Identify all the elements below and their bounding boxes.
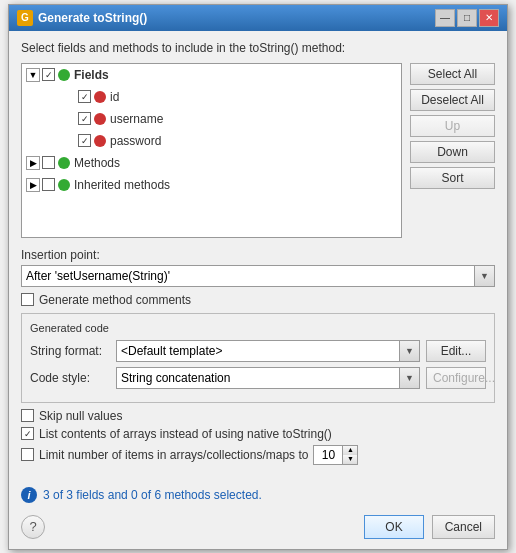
string-format-label: String format: (30, 344, 110, 358)
password-label: password (110, 134, 161, 148)
id-icon (94, 91, 106, 103)
spinner-down-button[interactable]: ▼ (343, 455, 357, 464)
methods-label: Methods (74, 156, 120, 170)
deselect-all-button[interactable]: Deselect All (410, 89, 495, 111)
spinner-buttons: ▲ ▼ (342, 446, 357, 464)
main-area: ▼ Fields id username (21, 63, 495, 238)
username-icon (94, 113, 106, 125)
minimize-button[interactable]: — (435, 9, 455, 27)
footer-right: OK Cancel (364, 515, 495, 539)
id-label: id (110, 90, 119, 104)
status-bar: i 3 of 3 fields and 0 of 6 methods selec… (9, 481, 507, 509)
skip-null-label: Skip null values (39, 409, 122, 423)
checkbox-id[interactable] (78, 90, 91, 103)
options-section: Skip null values List contents of arrays… (21, 409, 495, 465)
cancel-button[interactable]: Cancel (432, 515, 495, 539)
checkbox-password[interactable] (78, 134, 91, 147)
select-all-button[interactable]: Select All (410, 63, 495, 85)
checkbox-fields[interactable] (42, 68, 55, 81)
checkbox-methods[interactable] (42, 156, 55, 169)
limit-spinner[interactable]: ▲ ▼ (313, 445, 358, 465)
methods-icon (58, 157, 70, 169)
inherited-label: Inherited methods (74, 178, 170, 192)
generated-code-section: Generated code String format: ▼ Edit... … (21, 313, 495, 403)
dialog-title: Generate toString() (38, 11, 147, 25)
insertion-section: Insertion point: ▼ (21, 248, 495, 287)
limit-label: Limit number of items in arrays/collecti… (39, 448, 308, 462)
limit-row: Limit number of items in arrays/collecti… (21, 445, 495, 465)
title-bar-left: G Generate toString() (17, 10, 147, 26)
maximize-button[interactable]: □ (457, 9, 477, 27)
tree-item-inherited[interactable]: ▶ Inherited methods (22, 174, 401, 196)
fields-label: Fields (74, 68, 109, 82)
dialog-footer: ? OK Cancel (9, 509, 507, 549)
checkbox-inherited[interactable] (42, 178, 55, 191)
limit-value-input[interactable] (314, 448, 342, 462)
tree-item-id[interactable]: id (22, 86, 401, 108)
instruction-text: Select fields and methods to include in … (21, 41, 495, 55)
code-style-label: Code style: (30, 371, 110, 385)
edit-button[interactable]: Edit... (426, 340, 486, 362)
code-style-input[interactable] (117, 368, 399, 388)
fields-icon (58, 69, 70, 81)
checkbox-username[interactable] (78, 112, 91, 125)
status-text: 3 of 3 fields and 0 of 6 methods selecte… (43, 488, 262, 502)
dialog-body: Select fields and methods to include in … (9, 31, 507, 481)
string-format-dropdown[interactable]: ▼ (116, 340, 420, 362)
tree-item-username[interactable]: username (22, 108, 401, 130)
info-icon: i (21, 487, 37, 503)
dialog-icon: G (17, 10, 33, 26)
code-style-row: Code style: ▼ Configure... (30, 367, 486, 389)
close-button[interactable]: ✕ (479, 9, 499, 27)
skip-null-checkbox[interactable] (21, 409, 34, 422)
skip-null-row: Skip null values (21, 409, 495, 423)
down-button[interactable]: Down (410, 141, 495, 163)
insertion-label: Insertion point: (21, 248, 495, 262)
inherited-icon (58, 179, 70, 191)
tree-item-password[interactable]: password (22, 130, 401, 152)
up-button[interactable]: Up (410, 115, 495, 137)
password-icon (94, 135, 106, 147)
generate-tostring-dialog: G Generate toString() — □ ✕ Select field… (8, 4, 508, 550)
help-button[interactable]: ? (21, 515, 45, 539)
string-format-row: String format: ▼ Edit... (30, 340, 486, 362)
insertion-arrow-button[interactable]: ▼ (474, 266, 494, 286)
code-style-arrow-button[interactable]: ▼ (399, 368, 419, 388)
expand-methods-button[interactable]: ▶ (26, 156, 40, 170)
expand-fields-button[interactable]: ▼ (26, 68, 40, 82)
string-format-input[interactable] (117, 341, 399, 361)
generate-comments-label: Generate method comments (39, 293, 191, 307)
expand-inherited-button[interactable]: ▶ (26, 178, 40, 192)
sort-button[interactable]: Sort (410, 167, 495, 189)
list-arrays-row: List contents of arrays instead of using… (21, 427, 495, 441)
side-buttons: Select All Deselect All Up Down Sort (410, 63, 495, 238)
spinner-up-button[interactable]: ▲ (343, 446, 357, 455)
title-bar-controls: — □ ✕ (435, 9, 499, 27)
generated-code-title: Generated code (30, 322, 486, 334)
configure-button[interactable]: Configure... (426, 367, 486, 389)
generate-comments-row: Generate method comments (21, 293, 495, 307)
tree-item-methods[interactable]: ▶ Methods (22, 152, 401, 174)
tree-panel[interactable]: ▼ Fields id username (21, 63, 402, 238)
code-style-dropdown[interactable]: ▼ (116, 367, 420, 389)
limit-checkbox[interactable] (21, 448, 34, 461)
username-label: username (110, 112, 163, 126)
list-arrays-checkbox[interactable] (21, 427, 34, 440)
tree-item-fields[interactable]: ▼ Fields (22, 64, 401, 86)
ok-button[interactable]: OK (364, 515, 423, 539)
string-format-arrow-button[interactable]: ▼ (399, 341, 419, 361)
insertion-input[interactable] (22, 266, 474, 286)
list-arrays-label: List contents of arrays instead of using… (39, 427, 332, 441)
insertion-dropdown[interactable]: ▼ (21, 265, 495, 287)
title-bar: G Generate toString() — □ ✕ (9, 5, 507, 31)
generate-comments-checkbox[interactable] (21, 293, 34, 306)
